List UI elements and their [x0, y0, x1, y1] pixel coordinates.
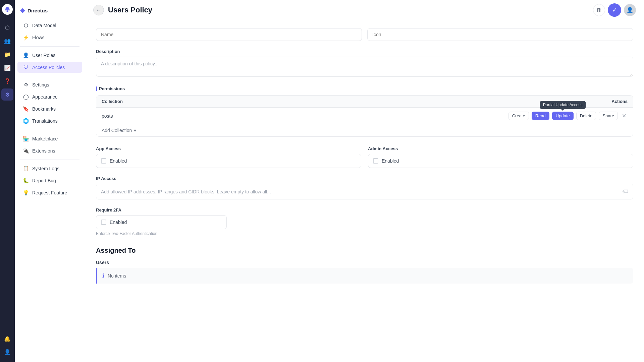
sidebar-label-bookmarks: Bookmarks: [32, 106, 56, 112]
nav-divider-1: [20, 46, 79, 47]
policy-name-input[interactable]: [96, 28, 362, 41]
require-2fa-box: Enabled: [96, 215, 227, 229]
marketplace-icon: 🏪: [23, 136, 29, 142]
info-icon: ℹ: [102, 273, 104, 279]
icon-sidebar: ⬡ 👥 📁 📈 ❓ ⚙ 🔔 👤: [0, 0, 15, 362]
user-avatar[interactable]: 👤: [624, 4, 636, 16]
sidebar-label-user-roles: User Roles: [32, 53, 55, 58]
back-button[interactable]: ←: [93, 5, 104, 15]
nav-icon-help[interactable]: ❓: [1, 75, 13, 87]
nav-sidebar: ◆ Directus ⬡ Data Model ⚡ Flows 👤 User R…: [15, 0, 85, 362]
app-access-label: App Access: [96, 146, 361, 151]
require-2fa-enabled-label: Enabled: [110, 220, 127, 225]
nav-icon-files[interactable]: 📁: [1, 48, 13, 60]
nav-icon-collection[interactable]: ⬡: [1, 21, 13, 34]
require-2fa-group: Require 2FA Enabled Enforce Two-Factor A…: [96, 207, 633, 236]
description-textarea[interactable]: [96, 57, 633, 77]
permissions-table: Collection Actions posts Create Read Par…: [96, 95, 633, 137]
sidebar-label-marketplace: Marketplace: [32, 136, 58, 141]
system-logs-icon: 📋: [23, 166, 29, 172]
sidebar-item-settings[interactable]: ⚙ Settings: [17, 79, 82, 90]
action-share-button[interactable]: Share: [599, 112, 618, 120]
sidebar-item-system-logs[interactable]: 📋 System Logs: [17, 163, 82, 174]
nav-icon-notifications[interactable]: 🔔: [1, 333, 13, 345]
main-area: ← Users Policy 🗑 ✓ 👤 Description Permiss…: [85, 0, 644, 362]
sidebar-item-translations[interactable]: 🌐 Translations: [17, 115, 82, 127]
sidebar-label-system-logs: System Logs: [32, 166, 59, 171]
sidebar-label-report-bug: Report Bug: [32, 178, 56, 183]
assigned-to-section: Assigned To Users ℹ No items: [96, 247, 633, 284]
sidebar-item-access-policies[interactable]: 🛡 Access Policies: [17, 62, 82, 73]
perm-actions-posts: Create Read Partial Update Access Update…: [508, 112, 628, 120]
sidebar-item-marketplace[interactable]: 🏪 Marketplace: [17, 133, 82, 144]
delete-button[interactable]: 🗑: [593, 4, 605, 16]
admin-access-group: Admin Access Enabled: [368, 146, 633, 168]
add-collection-row[interactable]: Add Collection ▾: [96, 124, 633, 136]
admin-access-enabled-label: Enabled: [382, 158, 399, 164]
action-read-button[interactable]: Read: [532, 112, 549, 120]
no-items-box: ℹ No items: [96, 268, 633, 284]
content-area: Description Permissions Collection Actio…: [85, 20, 644, 362]
sidebar-item-user-roles[interactable]: 👤 User Roles: [17, 50, 82, 61]
app-logo[interactable]: [2, 4, 13, 15]
nav-divider-4: [20, 160, 79, 160]
ip-access-field: Add allowed IP addresses, IP ranges and …: [96, 184, 633, 199]
brand-name: Directus: [28, 8, 48, 13]
nav-icon-users[interactable]: 👥: [1, 35, 13, 47]
col-actions-header: Actions: [611, 99, 628, 104]
app-access-checkbox[interactable]: [101, 158, 106, 164]
action-create-button[interactable]: Create: [508, 112, 529, 120]
access-policies-icon: 🛡: [23, 64, 29, 70]
action-update-button[interactable]: Update: [552, 112, 574, 120]
sidebar-label-appearance: Appearance: [32, 94, 58, 100]
perm-row-posts: posts Create Read Partial Update Access …: [96, 108, 633, 124]
sidebar-item-request-feature[interactable]: 💡 Request Feature: [17, 187, 82, 198]
top-fields: [96, 28, 633, 41]
col-collection-header: Collection: [102, 99, 611, 104]
save-button[interactable]: ✓: [608, 3, 621, 17]
description-field-group: Description: [96, 49, 633, 78]
bookmarks-icon: 🔖: [23, 106, 29, 112]
sidebar-item-data-model[interactable]: ⬡ Data Model: [17, 20, 82, 31]
nav-icon-insights[interactable]: 📈: [1, 62, 13, 74]
admin-access-box: Enabled: [368, 154, 633, 168]
page-title: Users Policy: [108, 6, 589, 14]
user-roles-icon: 👤: [23, 52, 29, 58]
ip-access-placeholder: Add allowed IP addresses, IP ranges and …: [101, 189, 271, 194]
add-collection-chevron-icon: ▾: [134, 128, 136, 133]
appearance-icon: ◯: [23, 94, 29, 100]
settings-icon: ⚙: [23, 82, 29, 88]
description-label: Description: [96, 49, 633, 54]
admin-access-checkbox[interactable]: [373, 158, 378, 164]
action-delete-button[interactable]: Delete: [576, 112, 596, 120]
sidebar-item-extensions[interactable]: 🔌 Extensions: [17, 145, 82, 157]
sidebar-label-data-model: Data Model: [32, 23, 56, 28]
ip-tag-icon: 🏷: [622, 188, 628, 195]
users-subtitle: Users: [96, 260, 633, 265]
partial-update-tooltip: Partial Update Access: [540, 101, 586, 109]
remove-collection-button[interactable]: ✕: [621, 112, 628, 120]
sidebar-item-bookmarks[interactable]: 🔖 Bookmarks: [17, 103, 82, 115]
nav-icon-profile[interactable]: 👤: [1, 346, 13, 358]
require-2fa-checkbox[interactable]: [101, 220, 106, 225]
sidebar-label-extensions: Extensions: [32, 148, 55, 154]
topbar: ← Users Policy 🗑 ✓ 👤: [85, 0, 644, 20]
extensions-icon: 🔌: [23, 148, 29, 154]
action-update-wrapper: Partial Update Access Update: [552, 112, 574, 120]
sidebar-label-flows: Flows: [32, 35, 45, 40]
topbar-actions: 🗑 ✓ 👤: [593, 3, 636, 17]
sidebar-item-appearance[interactable]: ◯ Appearance: [17, 91, 82, 103]
assigned-to-title: Assigned To: [96, 247, 633, 254]
perm-collection-name: posts: [102, 113, 508, 119]
policy-icon-input[interactable]: [367, 28, 633, 41]
request-feature-icon: 💡: [23, 190, 29, 196]
sidebar-label-request-feature: Request Feature: [32, 190, 67, 195]
permissions-title: Permissions: [96, 86, 633, 91]
nav-icon-settings[interactable]: ⚙: [1, 88, 13, 101]
sidebar-item-flows[interactable]: ⚡ Flows: [17, 32, 82, 43]
nav-divider-3: [20, 130, 79, 130]
flows-icon: ⚡: [23, 35, 29, 41]
sidebar-item-report-bug[interactable]: 🐛 Report Bug: [17, 175, 82, 186]
ip-access-group: IP Access Add allowed IP addresses, IP r…: [96, 176, 633, 199]
data-model-icon: ⬡: [23, 22, 29, 28]
